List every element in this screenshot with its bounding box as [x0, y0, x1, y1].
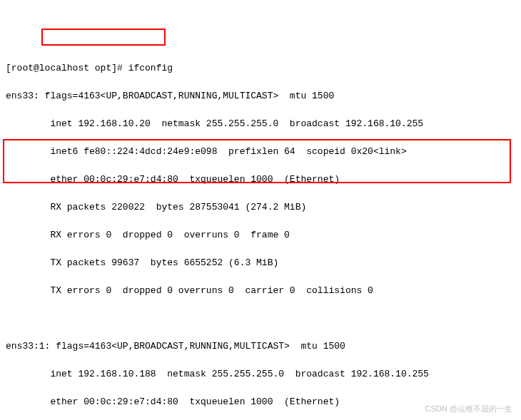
- ens33-rx-packets: RX packets 220022 bytes 287553041 (274.2…: [6, 200, 515, 215]
- ens33-1-inet: inet 192.168.10.188 netmask 255.255.255.…: [6, 367, 515, 381]
- ens33-tx-errors: TX errors 0 dropped 0 overruns 0 carrier…: [6, 284, 515, 298]
- ens33-header: ens33: flags=4163<UP,BROADCAST,RUNNING,M…: [6, 89, 515, 103]
- ens33-rx-errors: RX errors 0 dropped 0 overruns 0 frame 0: [6, 228, 515, 242]
- ens33-tx-packets: TX packets 99637 bytes 6655252 (6.3 MiB): [6, 256, 515, 270]
- shell-prompt: [root@localhost opt]#: [6, 63, 128, 73]
- ens33-inet6: inet6 fe80::224:4dcd:24e9:e098 prefixlen…: [6, 145, 515, 159]
- blank-line: [6, 312, 515, 326]
- ens33-1-header: ens33:1: flags=4163<UP,BROADCAST,RUNNING…: [6, 339, 515, 354]
- command-text: ifconfig: [128, 63, 173, 73]
- ens33-ether: ether 00:0c:29:e7:d4:80 txqueuelen 1000 …: [6, 173, 515, 187]
- ens33-inet: inet 192.168.10.20 netmask 255.255.255.0…: [6, 117, 515, 131]
- highlight-box-inet: [41, 29, 166, 46]
- prompt-line: [root@localhost opt]# ifconfig: [6, 61, 515, 76]
- watermark-text: CSDN @运维不屈的一生: [425, 403, 512, 415]
